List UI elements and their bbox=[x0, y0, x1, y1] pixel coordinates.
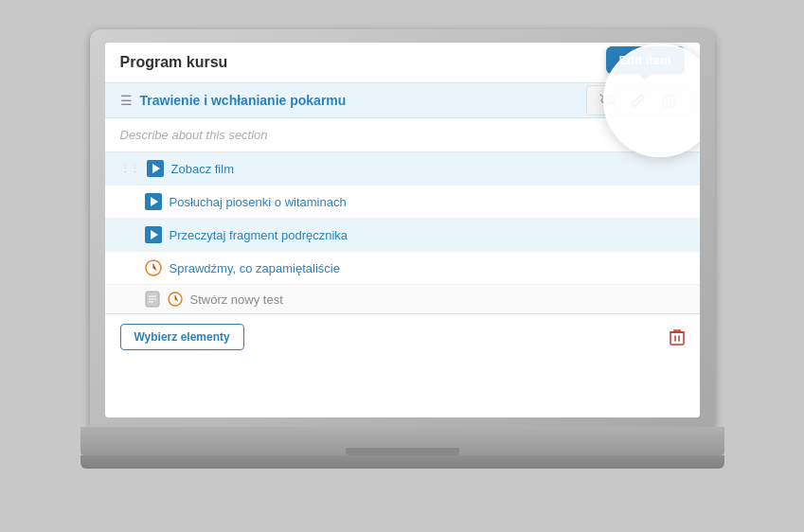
section-description: Describe about this section bbox=[105, 118, 700, 152]
edit-item-tooltip: Edit item bbox=[606, 46, 685, 74]
item-label: Przeczytaj fragment podręcznika bbox=[170, 228, 348, 242]
screen-bezel: Program kursu 4 Items ☰ Trawienie i wchł… bbox=[90, 29, 715, 427]
list-item: Posłuchaj piosenki o witaminach bbox=[105, 186, 700, 219]
laptop-shell: Program kursu 4 Items ☰ Trawienie i wchł… bbox=[80, 29, 724, 503]
items-list: ⋮⋮ Zobacz film Posłuchaj piosenki o wita… bbox=[105, 152, 700, 314]
sub-item-row: Stwórz nowy test bbox=[105, 285, 700, 313]
tooltip-arrow bbox=[638, 74, 652, 80]
ui-content: Program kursu 4 Items ☰ Trawienie i wchł… bbox=[105, 43, 700, 417]
edit-icon[interactable] bbox=[629, 91, 648, 110]
eye-icon[interactable] bbox=[599, 91, 617, 110]
delete-section-icon[interactable] bbox=[670, 328, 685, 346]
drag-dots-icon[interactable]: ⋮⋮ bbox=[120, 163, 139, 175]
section-header-row: ☰ Trawienie i wchłanianie pokarmu bbox=[105, 83, 700, 118]
doc-icon bbox=[145, 291, 160, 308]
wybierz-elementy-button[interactable]: Wybierz elementy bbox=[120, 324, 244, 350]
item-label: Zobacz film bbox=[171, 162, 234, 176]
list-item: ⋮⋮ Zobacz film bbox=[105, 152, 700, 186]
clock-small-icon bbox=[168, 292, 183, 307]
item-label: Posłuchaj piosenki o witaminach bbox=[170, 195, 347, 209]
clock-icon bbox=[145, 259, 162, 276]
item-label: Sprawdźmy, co zapamiętaliście bbox=[170, 261, 340, 275]
list-item: Przeczytaj fragment podręcznika bbox=[105, 219, 700, 252]
svg-rect-0 bbox=[663, 97, 674, 107]
ui-footer: Wybierz elementy bbox=[105, 314, 700, 360]
laptop-bottom bbox=[80, 455, 724, 469]
video-icon bbox=[145, 226, 162, 243]
video-icon bbox=[145, 193, 162, 210]
list-item: Sprawdźmy, co zapamiętaliście bbox=[105, 252, 700, 285]
edit-item-tooltip-container: Edit item bbox=[606, 46, 685, 74]
page-title: Program kursu bbox=[120, 54, 228, 71]
trash-icon[interactable] bbox=[659, 91, 678, 110]
section-title: Trawienie i wchłanianie pokarmu bbox=[140, 93, 347, 108]
video-icon bbox=[147, 160, 164, 177]
svg-rect-7 bbox=[670, 332, 684, 345]
drag-handle-icon[interactable]: ☰ bbox=[120, 93, 133, 108]
sub-item-label: Stwórz nowy test bbox=[190, 293, 283, 307]
laptop-base bbox=[80, 427, 724, 455]
section-actions: Edit item bbox=[586, 85, 690, 115]
screen-inner: Program kursu 4 Items ☰ Trawienie i wchł… bbox=[105, 43, 700, 417]
